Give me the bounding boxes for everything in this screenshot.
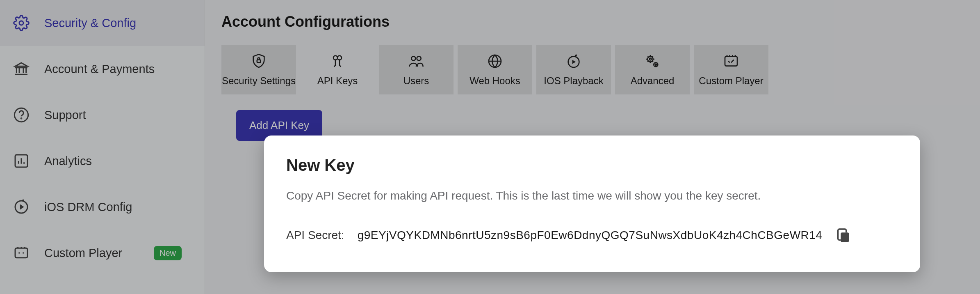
modal-description: Copy API Secret for making API request. … <box>286 189 898 202</box>
api-secret-value: g9EYjVQYKDMNb6nrtU5zn9sB6pF0Ew6DdnyQGQ7S… <box>358 229 823 242</box>
svg-rect-21 <box>841 232 849 242</box>
api-secret-row: API Secret: g9EYjVQYKDMNb6nrtU5zn9sB6pF0… <box>286 227 898 243</box>
new-key-modal: New Key Copy API Secret for making API r… <box>264 136 920 272</box>
api-secret-label: API Secret: <box>286 229 344 242</box>
modal-title: New Key <box>286 156 898 175</box>
copy-icon[interactable] <box>835 227 852 243</box>
